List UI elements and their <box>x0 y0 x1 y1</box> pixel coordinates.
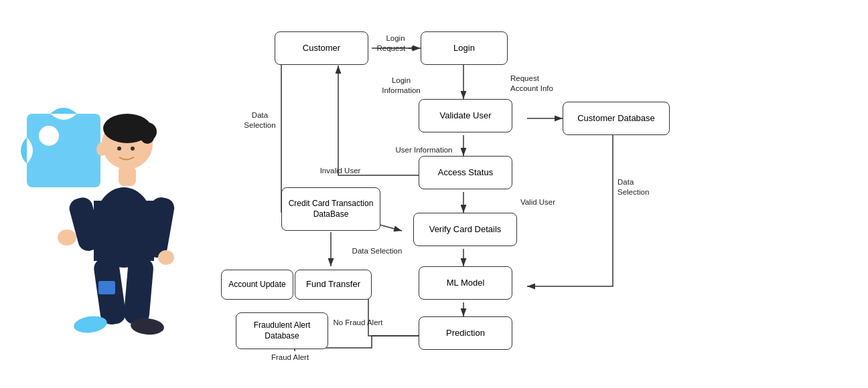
svg-rect-3 <box>94 201 154 261</box>
login-box: Login <box>421 31 508 65</box>
ml-model-box: ML Model <box>419 266 512 300</box>
account-update-box: Account Update <box>221 270 293 300</box>
cc-db-box: Credit Card Transaction DataBase <box>281 187 380 231</box>
customer-db-box: Customer Database <box>563 102 670 135</box>
label-no-fraud: No Fraud Alert <box>330 318 386 328</box>
svg-point-17 <box>96 142 107 156</box>
prediction-box: Prediction <box>419 316 512 350</box>
label-data-selection-3: Data Selection <box>347 246 407 256</box>
svg-point-8 <box>58 229 76 246</box>
svg-point-20 <box>138 122 157 141</box>
fraud-db-box: Fraudulent Alert Database <box>236 312 328 349</box>
person-illustration <box>13 20 201 368</box>
label-user-info: User Information <box>387 145 461 155</box>
svg-rect-16 <box>119 166 136 186</box>
label-req-account: RequestAccount Info <box>510 74 564 94</box>
label-valid-user: Valid User <box>514 197 561 207</box>
validate-user-box: Validate User <box>419 99 512 132</box>
customer-box: Customer <box>275 31 368 65</box>
svg-rect-15 <box>98 281 115 294</box>
svg-rect-1 <box>39 126 59 146</box>
svg-rect-0 <box>27 114 100 187</box>
svg-point-18 <box>117 147 121 151</box>
label-data-selection-1: DataSelection <box>240 110 280 130</box>
fund-transfer-box: Fund Transfer <box>295 270 372 300</box>
label-data-selection-2: DataSelection <box>618 177 664 197</box>
access-status-box: Access Status <box>419 156 512 189</box>
svg-point-10 <box>158 250 174 265</box>
svg-point-19 <box>131 147 135 151</box>
verify-card-box: Verify Card Details <box>413 213 517 246</box>
label-login-info: LoginInformation <box>378 76 425 96</box>
label-fraud-alert: Fraud Alert <box>267 353 313 363</box>
label-login-request: LoginRequest ➜ <box>374 33 417 54</box>
label-invalid-user: Invalid User <box>313 166 367 176</box>
left-illustration <box>0 0 214 388</box>
flowchart-panel: Customer Login Validate User Customer Da… <box>214 0 868 388</box>
flowchart: Customer Login Validate User Customer Da… <box>221 7 861 381</box>
